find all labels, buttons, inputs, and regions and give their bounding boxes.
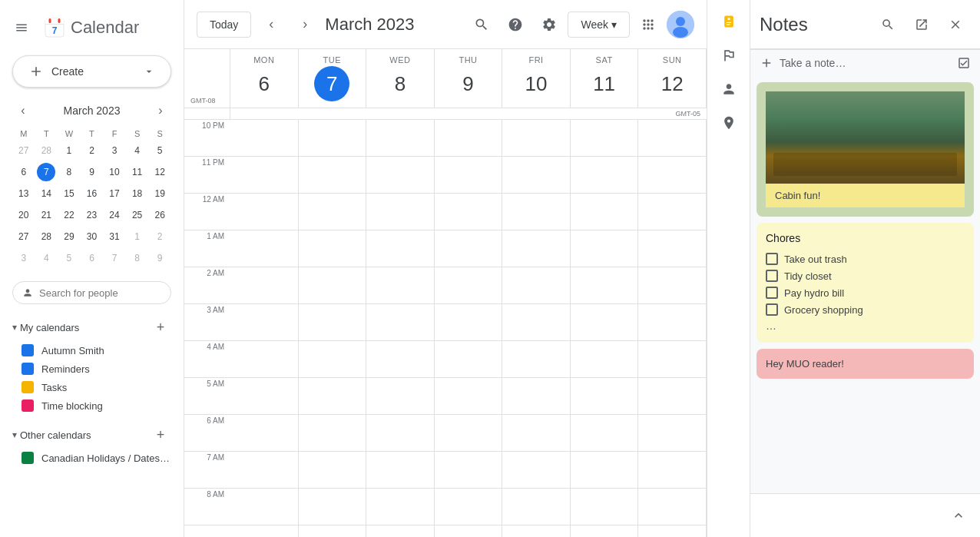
mini-cal-day-number[interactable]: 4 [128, 141, 147, 160]
day-number[interactable]: 9 [450, 66, 485, 101]
day-number[interactable]: 12 [654, 66, 690, 101]
prev-week-button[interactable]: ‹ [257, 11, 285, 38]
mini-cal-day-number[interactable]: 27 [15, 227, 33, 246]
help-button[interactable] [500, 9, 531, 40]
mini-cal-day-number[interactable]: 5 [60, 249, 78, 267]
calendar-cell[interactable] [435, 157, 502, 194]
calendar-cell[interactable] [435, 341, 502, 378]
day-header[interactable]: FRI10 [502, 49, 571, 108]
calendar-cell[interactable] [571, 194, 638, 230]
day-number[interactable]: 8 [382, 66, 418, 101]
mini-cal-day-number[interactable]: 28 [37, 141, 55, 160]
add-other-calendar-button[interactable]: + [150, 424, 171, 446]
calendar-cell[interactable] [230, 194, 298, 230]
calendar-cell[interactable] [366, 341, 434, 378]
tasks-side-button[interactable] [713, 40, 744, 71]
mini-cal-day-number[interactable]: 29 [60, 227, 78, 246]
day-number[interactable]: 10 [518, 66, 554, 101]
mini-cal-day-number[interactable]: 3 [15, 249, 33, 267]
calendar-cell[interactable] [571, 489, 638, 525]
mini-cal-day-number[interactable]: 17 [105, 184, 124, 203]
settings-button[interactable] [534, 9, 564, 40]
mini-calendar-title[interactable]: March 2023 [64, 104, 121, 117]
calendar-cell[interactable] [502, 415, 570, 452]
day-number[interactable]: 11 [587, 66, 622, 101]
mini-cal-day-number[interactable]: 7 [37, 163, 55, 181]
calendar-cell[interactable] [638, 452, 706, 489]
mini-cal-day-number[interactable]: 12 [151, 163, 169, 181]
add-calendar-button[interactable]: + [150, 317, 171, 338]
my-calendar-item[interactable]: Reminders [0, 360, 184, 378]
muo-note-card[interactable]: Hey MUO reader! [757, 349, 974, 379]
calendar-cell[interactable] [230, 341, 298, 378]
calendar-cell[interactable] [502, 452, 570, 489]
view-select-button[interactable]: Week ▾ [568, 12, 630, 38]
mini-cal-day-number[interactable]: 25 [128, 206, 147, 224]
calendar-cell[interactable] [230, 120, 298, 157]
mini-cal-day-number[interactable]: 11 [128, 163, 147, 181]
calendar-cell[interactable] [299, 194, 366, 230]
day-header[interactable]: SAT11 [571, 49, 639, 108]
calendar-cell[interactable] [435, 194, 502, 230]
calendar-cell[interactable] [502, 489, 570, 525]
day-column[interactable] [571, 120, 639, 537]
calendar-cell[interactable] [571, 452, 638, 489]
mini-cal-day-number[interactable]: 6 [82, 249, 101, 267]
calendar-cell[interactable] [230, 415, 298, 452]
day-column[interactable] [638, 120, 707, 537]
calendar-cell[interactable] [435, 120, 502, 157]
day-header[interactable]: SUN12 [638, 49, 707, 108]
day-header[interactable]: WED8 [366, 49, 435, 108]
calendar-cell[interactable] [230, 378, 298, 415]
mini-cal-day-number[interactable]: 7 [105, 249, 124, 267]
calendar-cell[interactable] [571, 157, 638, 194]
calendar-cell[interactable] [299, 267, 366, 304]
keep-notes-side-button[interactable] [713, 6, 744, 37]
mini-cal-day-number[interactable]: 2 [151, 227, 169, 246]
calendar-cell[interactable] [571, 415, 638, 452]
mini-cal-day-number[interactable]: 16 [82, 184, 101, 203]
my-calendar-item[interactable]: Autumn Smith [0, 341, 184, 360]
chores-checkbox-3[interactable] [766, 287, 778, 299]
mini-calendar-next-button[interactable]: › [150, 100, 171, 121]
day-column[interactable] [435, 120, 503, 537]
calendar-cell[interactable] [502, 267, 570, 304]
apps-button[interactable] [633, 9, 664, 40]
calendar-cell[interactable] [299, 378, 366, 415]
cabin-note-card[interactable]: Cabin fun! [757, 82, 974, 217]
mini-cal-day-number[interactable]: 15 [60, 184, 78, 203]
day-column[interactable] [366, 120, 435, 537]
maps-side-button[interactable] [713, 108, 744, 138]
search-button[interactable] [466, 9, 497, 40]
calendar-cell[interactable] [299, 489, 366, 525]
calendar-cell[interactable] [638, 120, 706, 157]
calendar-cell[interactable] [366, 230, 434, 267]
mini-cal-day-number[interactable]: 8 [128, 249, 147, 267]
calendar-cell[interactable] [435, 489, 502, 525]
calendar-cell[interactable] [435, 415, 502, 452]
calendar-cell[interactable] [638, 378, 706, 415]
mini-cal-day-number[interactable]: 10 [105, 163, 124, 181]
calendar-cell[interactable] [435, 304, 502, 341]
today-button[interactable]: Today [197, 12, 251, 38]
day-number[interactable]: 7 [314, 66, 349, 101]
mini-cal-day-number[interactable]: 23 [82, 206, 101, 224]
calendar-cell[interactable] [366, 157, 434, 194]
mini-cal-day-number[interactable]: 8 [60, 163, 78, 181]
calendar-cell[interactable] [230, 489, 298, 525]
mini-cal-day-number[interactable]: 20 [15, 206, 33, 224]
calendar-cell[interactable] [571, 341, 638, 378]
mini-cal-day-number[interactable]: 21 [37, 206, 55, 224]
calendar-cell[interactable] [230, 230, 298, 267]
mini-cal-day-number[interactable]: 27 [15, 141, 33, 160]
mini-cal-day-number[interactable]: 9 [151, 249, 169, 267]
mini-cal-day-number[interactable]: 22 [60, 206, 78, 224]
calendar-cell[interactable] [435, 378, 502, 415]
calendar-cell[interactable] [366, 304, 434, 341]
other-calendars-header[interactable]: ▾ Other calendars + [0, 421, 184, 449]
day-column[interactable] [502, 120, 571, 537]
calendar-cell[interactable] [299, 157, 366, 194]
notes-side-toggle-button[interactable] [943, 500, 974, 531]
chores-note-card[interactable]: Chores Take out trash Tidy closet Pay hy… [757, 223, 974, 343]
calendar-cell[interactable] [230, 267, 298, 304]
